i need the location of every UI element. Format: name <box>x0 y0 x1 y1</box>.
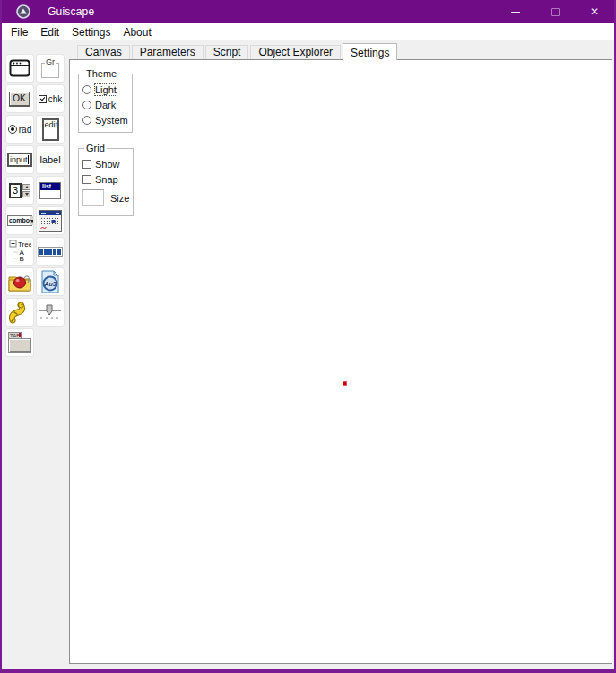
checkbox-snap-label: Snap <box>95 174 118 185</box>
radio-light-label: Light <box>95 84 117 95</box>
tab-parameters[interactable]: Parameters <box>132 45 204 59</box>
palette-slider-button[interactable] <box>36 298 65 327</box>
checkbox-icon-box <box>39 95 47 103</box>
list-icon: list <box>39 182 61 199</box>
updown-icon: 3 <box>9 183 30 198</box>
checkbox-show[interactable] <box>82 160 91 169</box>
window-title: Guiscape <box>48 5 94 18</box>
menu-settings[interactable]: Settings <box>65 25 117 39</box>
form-window-icon <box>9 59 30 77</box>
grid-size-row: Size <box>82 189 129 206</box>
grid-snap-option[interactable]: Snap <box>82 174 129 185</box>
palette-updown-button[interactable]: 3 <box>5 176 34 205</box>
slider-icon <box>38 303 63 321</box>
radio-icon: rad <box>8 125 31 135</box>
radio-light[interactable] <box>82 85 91 94</box>
label-icon: label <box>39 154 60 165</box>
maximize-icon <box>551 8 560 16</box>
checkbox-icon: chk <box>39 94 63 104</box>
theme-groupbox-title: Theme <box>84 68 118 79</box>
grid-size-input[interactable] <box>82 189 104 206</box>
theme-groupbox: Theme Light Dark System <box>78 68 133 133</box>
menu-about[interactable]: About <box>117 25 157 39</box>
combo-icon-arrow <box>30 220 34 223</box>
theme-option-system[interactable]: System <box>82 115 128 126</box>
theme-option-dark[interactable]: Dark <box>82 100 128 110</box>
menu-file[interactable]: File <box>4 25 34 39</box>
updown-icon-spinner <box>22 184 30 197</box>
tree-icon: Tree A B <box>8 239 31 264</box>
au3-file-icon-label: Au3 <box>43 281 56 287</box>
updown-icon-value: 3 <box>9 183 22 198</box>
app-logo-icon <box>16 4 30 19</box>
palette-koda-button[interactable] <box>5 298 34 327</box>
palette-checkbox-button[interactable]: chk <box>36 84 65 113</box>
folder-mouse-icon <box>8 271 31 293</box>
radio-icon-label: rad <box>19 125 31 135</box>
palette-tree-button[interactable]: Tree A B <box>5 237 34 266</box>
palette-input-button[interactable]: input <box>5 145 34 174</box>
palette-icon-button[interactable] <box>5 267 34 296</box>
tree-icon-label: Tree <box>18 240 31 249</box>
maximize-button[interactable] <box>535 0 575 23</box>
tab-settings[interactable]: Settings <box>343 43 397 60</box>
app-window: Guiscape ✕ File Edit Settings About <box>0 0 616 673</box>
palette-label-button[interactable]: label <box>36 145 65 174</box>
input-icon: input <box>7 153 32 167</box>
progress-icon <box>38 247 63 257</box>
checkbox-show-label: Show <box>95 159 120 170</box>
window-controls: ✕ <box>496 0 614 23</box>
grid-groupbox-title: Grid <box>84 143 107 153</box>
palette-combo-button[interactable]: combo <box>5 206 34 235</box>
tab-control-icon: TAB <box>8 332 31 354</box>
canvas-red-marker <box>343 381 347 386</box>
input-icon-caret <box>28 155 29 164</box>
palette-group-button[interactable]: Gr <box>36 54 65 83</box>
combo-icon-label: combo <box>8 216 30 225</box>
palette-form-button[interactable] <box>5 54 34 83</box>
ok-button-icon: OK <box>9 92 30 107</box>
tab-object-explorer[interactable]: Object Explorer <box>250 45 341 59</box>
menu-edit[interactable]: Edit <box>34 25 65 39</box>
palette-radio-button[interactable]: rad <box>5 115 34 144</box>
palette-progress-button[interactable] <box>36 237 65 266</box>
checkbox-snap[interactable] <box>82 175 91 184</box>
ok-button-icon-label: OK <box>13 93 25 103</box>
palette-list-button[interactable]: list <box>36 176 65 205</box>
grid-size-label: Size <box>110 193 129 204</box>
groupbox-icon-label: Gr <box>45 57 56 66</box>
palette-edit-button[interactable]: edit <box>36 115 65 144</box>
tab-script[interactable]: Script <box>205 45 249 59</box>
minimize-button[interactable] <box>496 0 535 23</box>
menubar: File Edit Settings About <box>2 23 614 40</box>
grid-groupbox: Grid Show Snap Size <box>78 143 134 216</box>
theme-option-light[interactable]: Light <box>82 84 128 95</box>
palette-date-button[interactable] <box>36 206 65 235</box>
tab-canvas[interactable]: Canvas <box>77 45 130 59</box>
groupbox-icon: Gr <box>41 63 59 78</box>
close-button[interactable]: ✕ <box>575 0 614 23</box>
input-icon-label: input <box>10 155 28 164</box>
au3-file-icon: Au3 <box>39 270 61 293</box>
radio-dark[interactable] <box>82 101 91 109</box>
close-icon: ✕ <box>590 5 599 18</box>
palette-button-button[interactable]: OK <box>5 84 34 113</box>
combo-icon: combo <box>7 215 32 226</box>
palette-tab-button[interactable]: TAB <box>5 328 34 357</box>
calendar-icon <box>39 210 62 232</box>
tab-control-icon-body <box>8 338 31 353</box>
tree-icon-node-b: B <box>20 255 24 263</box>
palette-au3-file-button[interactable]: Au3 <box>36 267 65 296</box>
grid-show-option[interactable]: Show <box>82 159 129 170</box>
radio-icon-circle <box>8 125 17 134</box>
tab-control-icon-marker <box>19 333 21 337</box>
radio-system[interactable] <box>82 116 91 125</box>
titlebar[interactable]: Guiscape ✕ <box>2 0 614 23</box>
lizard-icon <box>8 301 31 324</box>
minimize-icon <box>511 12 520 13</box>
radio-dark-label: Dark <box>95 100 116 110</box>
settings-panel: Theme Light Dark System Grid Show S <box>69 59 612 664</box>
list-icon-header: list <box>40 183 60 190</box>
edit-icon-label: edit <box>45 120 58 129</box>
radio-system-label: System <box>95 115 128 126</box>
